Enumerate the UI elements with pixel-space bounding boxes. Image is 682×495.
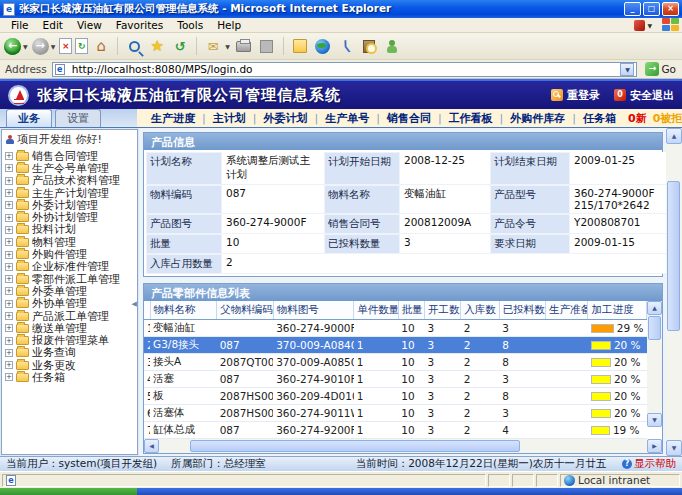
nav-purchased-stock[interactable]: 外购件库存 bbox=[506, 111, 569, 126]
nav-production-progress[interactable]: 生产进度 bbox=[147, 111, 199, 126]
nav-task-box[interactable]: 任务箱 bbox=[579, 111, 620, 126]
splitter-collapse-icon[interactable]: ◀ bbox=[132, 300, 137, 308]
folder-icon bbox=[16, 348, 29, 357]
relogin-button[interactable]: 重登录 bbox=[551, 88, 600, 103]
expand-icon[interactable]: + bbox=[5, 312, 13, 320]
menu-edit[interactable]: Edit bbox=[36, 19, 70, 31]
page-vertical-scrollbar[interactable]: ▲ ▼ bbox=[666, 128, 682, 456]
expand-icon[interactable]: + bbox=[5, 300, 13, 308]
mail-dropdown-icon[interactable]: ▼ bbox=[225, 43, 230, 50]
tab-business[interactable]: 业务 bbox=[6, 109, 52, 127]
progress-label: 20 % bbox=[614, 390, 641, 402]
download-tool-button[interactable]: ⟨ bbox=[333, 33, 359, 59]
department: 所属部门：总经理室 bbox=[171, 457, 266, 471]
progress-bar bbox=[591, 409, 611, 418]
notes-button[interactable] bbox=[290, 36, 310, 56]
expand-icon[interactable]: + bbox=[5, 324, 13, 332]
history-button[interactable]: ↺ bbox=[170, 36, 190, 56]
search-button[interactable] bbox=[124, 36, 144, 56]
scroll-thumb[interactable] bbox=[648, 316, 661, 340]
expand-icon[interactable]: + bbox=[5, 361, 13, 369]
back-button[interactable]: ← bbox=[4, 38, 21, 55]
nav-work-board[interactable]: 工作看板 bbox=[445, 111, 497, 126]
menu-tools[interactable]: Tools bbox=[170, 19, 210, 31]
table-row[interactable]: 6活塞体2087HS002360-274-9011W110323 20 % bbox=[144, 405, 647, 422]
expand-icon[interactable]: + bbox=[5, 275, 13, 283]
forward-button[interactable]: → bbox=[32, 38, 49, 55]
expand-icon[interactable]: + bbox=[5, 238, 13, 246]
refresh-button[interactable]: ↻ bbox=[75, 38, 88, 54]
expand-icon[interactable]: + bbox=[5, 263, 13, 271]
expand-icon[interactable]: + bbox=[5, 164, 13, 172]
tab-settings[interactable]: 设置 bbox=[55, 109, 101, 127]
expand-icon[interactable]: + bbox=[5, 201, 13, 209]
expand-icon[interactable]: + bbox=[5, 373, 13, 381]
expand-icon[interactable]: + bbox=[5, 337, 13, 345]
nav-sales-contract[interactable]: 销售合同 bbox=[383, 111, 435, 126]
stop-button[interactable]: × bbox=[59, 38, 72, 54]
menu-extension-icon[interactable] bbox=[634, 20, 645, 31]
scroll-left-icon[interactable]: ◀ bbox=[144, 439, 159, 453]
home-button[interactable]: ⌂ bbox=[91, 36, 111, 56]
research-button[interactable] bbox=[359, 36, 379, 56]
menu-help[interactable]: Help bbox=[210, 19, 248, 31]
minimize-button[interactable]: _ bbox=[624, 2, 641, 16]
buddy-button[interactable] bbox=[382, 36, 402, 56]
print-button[interactable] bbox=[234, 36, 254, 56]
close-button[interactable]: × bbox=[662, 2, 679, 16]
forward-dropdown-icon[interactable]: ▼ bbox=[51, 43, 56, 50]
scroll-down-icon[interactable]: ▼ bbox=[647, 413, 662, 427]
nav-production-order[interactable]: 生产单号 bbox=[321, 111, 373, 126]
nav-outsource-plan[interactable]: 外委计划 bbox=[259, 111, 311, 126]
expand-icon[interactable]: + bbox=[5, 177, 13, 185]
mail-button[interactable]: ✉ bbox=[203, 36, 223, 56]
menu-extension-caret-icon[interactable]: ▼ bbox=[647, 22, 652, 29]
logout-button[interactable]: 0 安全退出 bbox=[614, 88, 674, 103]
table-row[interactable]: 4活塞087360-274-9010F110323 20 % bbox=[144, 371, 647, 388]
parts-horizontal-scrollbar[interactable]: ◀ ▶ bbox=[144, 439, 662, 453]
back-dropdown-icon[interactable]: ▼ bbox=[23, 43, 28, 50]
expand-icon[interactable]: + bbox=[5, 287, 13, 295]
field-label: 已投料数量 bbox=[324, 234, 400, 254]
scroll-up-icon[interactable]: ▲ bbox=[666, 128, 682, 144]
expand-icon[interactable]: + bbox=[5, 251, 13, 259]
col-header: 已投料数 bbox=[499, 301, 545, 320]
expand-icon[interactable]: + bbox=[5, 214, 13, 222]
messenger-button[interactable] bbox=[313, 36, 333, 56]
menu-view[interactable]: View bbox=[70, 19, 109, 31]
maximize-button[interactable]: □ bbox=[643, 2, 660, 16]
sidebar-item-change[interactable]: +业务更改 bbox=[2, 359, 137, 371]
favorites-button[interactable]: ★ bbox=[147, 36, 167, 56]
expand-icon[interactable]: + bbox=[5, 226, 13, 234]
go-button[interactable]: → Go bbox=[642, 62, 679, 76]
edit-button[interactable] bbox=[257, 36, 277, 56]
show-help-link[interactable]: ? 显示帮助 bbox=[622, 457, 676, 471]
address-dropdown-icon[interactable]: ▼ bbox=[620, 63, 634, 76]
table-row[interactable]: 5板2087HS002360-209-4D010110328 20 % bbox=[144, 388, 647, 405]
scroll-up-icon[interactable]: ▲ bbox=[647, 301, 662, 315]
parts-vertical-scrollbar[interactable]: ▲ ▼ bbox=[647, 301, 662, 427]
current-time-label: 当前时间： bbox=[356, 457, 409, 471]
scroll-down-icon[interactable]: ▼ bbox=[666, 440, 682, 456]
badge-new-count[interactable]: 0新 bbox=[628, 111, 647, 126]
scroll-thumb[interactable] bbox=[190, 440, 520, 452]
badge-rejected-count[interactable]: 0被拒绝 bbox=[653, 111, 682, 126]
scroll-right-icon[interactable]: ▶ bbox=[647, 439, 662, 453]
sidebar-item-taskbox[interactable]: +任务箱 bbox=[2, 371, 137, 383]
menu-file[interactable]: File bbox=[4, 19, 36, 31]
expand-icon[interactable]: + bbox=[5, 349, 13, 357]
col-header: 入库数 bbox=[461, 301, 499, 320]
expand-icon[interactable]: + bbox=[5, 152, 13, 160]
table-row-selected[interactable]: 2G3/8接头087370-009-A0840110328 20 % bbox=[144, 337, 647, 354]
menu-favorites[interactable]: Favorites bbox=[109, 19, 170, 31]
table-row[interactable]: 7缸体总成087360-274-9200F110324 19 % bbox=[144, 422, 647, 439]
folder-icon bbox=[16, 189, 29, 198]
start-button[interactable] bbox=[0, 488, 137, 495]
table-row[interactable]: 3接头A2087QT002370-009-A0850110328 20 % bbox=[144, 354, 647, 371]
nav-master-plan[interactable]: 主计划 bbox=[209, 111, 250, 126]
table-row[interactable]: 1变幅油缸360-274-9000F10323 29 % bbox=[144, 320, 647, 337]
expand-icon[interactable]: + bbox=[5, 189, 13, 197]
field-value: 2009-01-15 bbox=[570, 234, 666, 254]
address-input[interactable]: e http://localhost:8080/MPS/login.do ▼ bbox=[52, 62, 638, 77]
scroll-thumb[interactable] bbox=[667, 181, 680, 331]
